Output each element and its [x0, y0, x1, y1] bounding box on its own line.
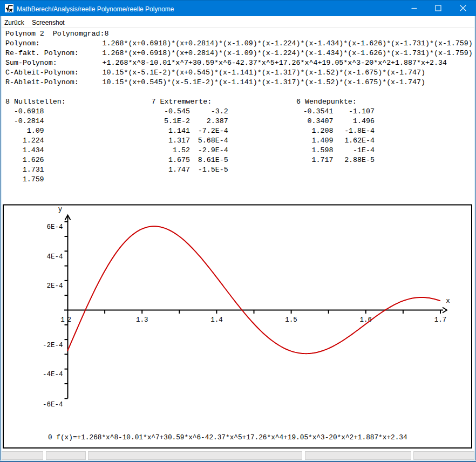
svg-text:-2E-4: -2E-4	[43, 342, 63, 349]
svg-text:-4E-4: -4E-4	[43, 371, 63, 378]
svg-text:y: y	[58, 206, 63, 213]
svg-text:1.7: 1.7	[434, 316, 447, 324]
svg-text:0 f(x)=+1.268*x^8-10.01*x^7+30: 0 f(x)=+1.268*x^8-10.01*x^7+30.59*x^6-42…	[48, 433, 407, 441]
svg-text:1.4: 1.4	[210, 316, 223, 324]
svg-text:4E-4: 4E-4	[46, 253, 63, 261]
svg-text:2E-4: 2E-4	[46, 282, 63, 290]
svg-text:x: x	[446, 297, 450, 305]
svg-text:1.3: 1.3	[136, 316, 148, 324]
svg-text:1.6: 1.6	[360, 316, 372, 324]
svg-text:1.5: 1.5	[285, 316, 297, 324]
svg-text:1: 1	[60, 316, 65, 324]
svg-text:6E-4: 6E-4	[46, 223, 63, 231]
svg-text:-6E-4: -6E-4	[43, 401, 63, 409]
